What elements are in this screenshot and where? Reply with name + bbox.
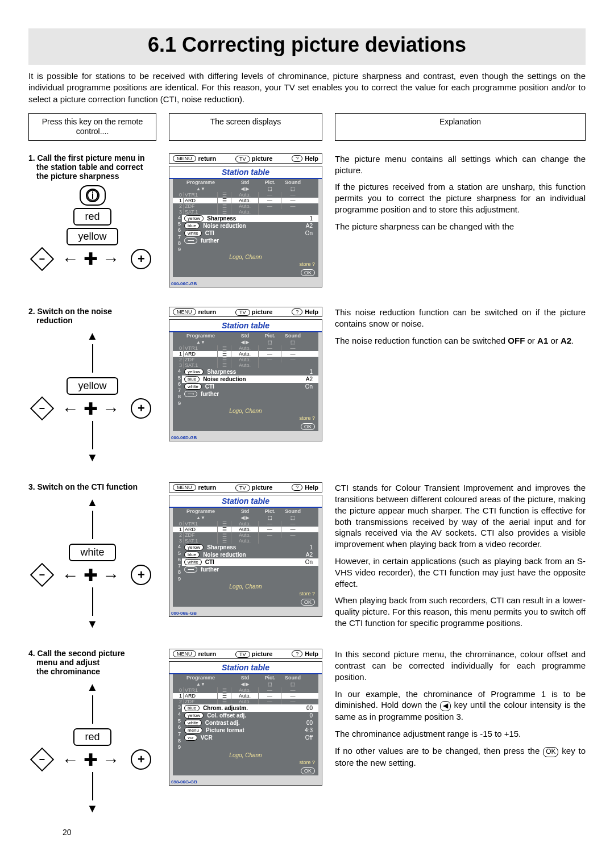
- col-header-explanation: Explanation: [335, 113, 586, 141]
- yellow-button: yellow: [67, 377, 118, 395]
- step-4-screen: MENU return TV picture ? Help Station ta…: [169, 649, 322, 821]
- page-title-bar: 6.1 Correcting picture deviations: [28, 28, 586, 65]
- step-4-left: 4. Call the second picture menu and adju…: [28, 649, 156, 821]
- step-1-screen: MENU return TV picture ? Help Station ta…: [169, 153, 322, 295]
- left-arrow-key-icon: −: [30, 247, 53, 271]
- info-key-icon: ⓘ: [80, 185, 106, 206]
- step-3-screen: MENU return TV picture ? Help Station ta…: [169, 482, 322, 636]
- step-1-left: 1. Call the first picture menu in the st…: [28, 153, 156, 295]
- page-number: 20: [28, 828, 586, 837]
- yellow-button: yellow: [67, 228, 118, 245]
- step-3-explanation: CTI stands for Colour Transient Improvem…: [335, 482, 586, 636]
- ok-inline-icon: OK: [543, 747, 558, 757]
- step-4-explanation: In this second picture menu, the chromin…: [335, 649, 586, 821]
- red-button: red: [73, 208, 111, 226]
- step-2-screen: MENU return TV picture ? Help Station ta…: [169, 307, 322, 470]
- page-title: 6.1 Correcting picture deviations: [28, 33, 586, 57]
- col-header-remote: Press this key on the remote control....: [28, 113, 156, 141]
- white-button: white: [69, 544, 115, 561]
- red-button: red: [73, 728, 111, 746]
- col-header-screen: The screen displays: [169, 113, 322, 141]
- station-table-title: Station table: [169, 166, 322, 179]
- left-arrow-inline-icon: ◀: [440, 701, 451, 711]
- step-1-explanation: The picture menu contains all settings w…: [335, 153, 586, 295]
- screen-bar: MENU return TV picture ? Help: [169, 153, 322, 164]
- step-2-left: 2. Switch on the noise reduction ▲ yello…: [28, 307, 156, 470]
- intro-paragraph: It is possible for stations to be receiv…: [28, 70, 586, 105]
- step-3-left: 3. Switch on the CTI function ▲ white − …: [28, 482, 156, 636]
- right-arrow-key-icon: +: [131, 249, 151, 269]
- step-2-explanation: This noise reduction function can be swi…: [335, 307, 586, 470]
